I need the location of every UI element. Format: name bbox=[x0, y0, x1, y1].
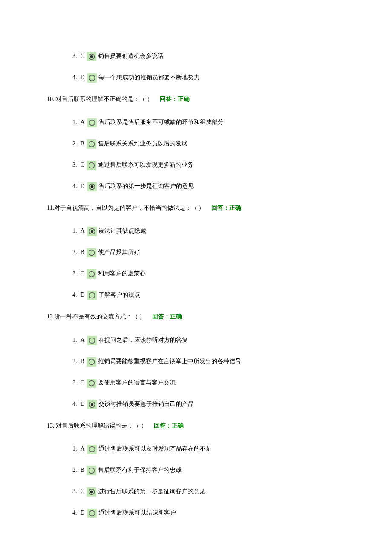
feedback-label: 回答：正确 bbox=[211, 205, 241, 211]
option-letter: A bbox=[81, 335, 85, 345]
svg-rect-23 bbox=[87, 336, 97, 345]
option-number: 4. bbox=[72, 290, 77, 300]
option-text: 通过售后联系可以发现更多新的业务 bbox=[98, 160, 193, 170]
option-text: 设法让其缺点隐藏 bbox=[98, 226, 146, 236]
option-letter: D bbox=[81, 399, 85, 409]
option-letter: B bbox=[81, 465, 84, 475]
radio-unselected-icon[interactable] bbox=[87, 247, 98, 257]
radio-selected-icon[interactable] bbox=[87, 51, 98, 61]
radio-unselected-icon[interactable] bbox=[87, 160, 98, 170]
option-text: 利用客户的虚荣心 bbox=[98, 269, 146, 279]
option-item: 4.D每一个想成功的推销员都要不断地努力 bbox=[72, 72, 345, 83]
radio-unselected-icon[interactable] bbox=[87, 378, 98, 388]
options-list: 1.A售后联系是售后服务不可或缺的环节和组成部分2.B售后联系关系到业务员以后的… bbox=[47, 117, 345, 191]
radio-unselected-icon[interactable] bbox=[87, 335, 98, 345]
option-item: 1.A设法让其缺点隐藏 bbox=[72, 226, 345, 236]
option-letter: D bbox=[81, 72, 85, 83]
radio-unselected-icon[interactable] bbox=[87, 465, 98, 475]
question-number: 10. bbox=[47, 96, 55, 102]
option-number: 1. bbox=[72, 444, 77, 454]
option-letter: C bbox=[81, 51, 84, 61]
option-number: 3. bbox=[72, 160, 77, 170]
option-item: 2.B推销员要能够重视客户在言谈举止中所发出的各种信号 bbox=[72, 356, 345, 367]
options-list: 1.A通过售后联系可以及时发现产品存在的不足2.B售后联系有利于保持客户的忠诚3… bbox=[47, 444, 345, 518]
option-number: 3. bbox=[72, 486, 77, 497]
svg-rect-21 bbox=[87, 291, 97, 300]
option-item: 3.C利用客户的虚荣心 bbox=[72, 269, 345, 279]
radio-unselected-icon[interactable] bbox=[87, 508, 98, 518]
option-item: 2.B售后联系有利于保持客户的忠诚 bbox=[72, 465, 345, 475]
svg-point-31 bbox=[90, 403, 93, 405]
option-text: 交谈时推销员要急于推销自己的产品 bbox=[98, 399, 194, 409]
svg-rect-3 bbox=[87, 73, 97, 83]
option-item: 1.A售后联系是售后服务不可或缺的环节和组成部分 bbox=[72, 117, 345, 127]
option-number: 2. bbox=[72, 356, 77, 367]
option-text: 每一个想成功的推销员都要不断地努力 bbox=[98, 72, 200, 83]
question-number: 12. bbox=[47, 313, 55, 320]
question-number: 13. bbox=[47, 422, 55, 429]
option-text: 售后联系是售后服务不可或缺的环节和组成部分 bbox=[98, 117, 224, 127]
question-header: 13. 对售后联系的理解错误的是：（ ）回答：正确 bbox=[47, 420, 345, 431]
option-letter: C bbox=[81, 160, 84, 170]
svg-point-38 bbox=[90, 491, 93, 493]
option-letter: C bbox=[81, 486, 84, 497]
question-header: 11.对于自视清高，自以为是的客户，不恰当的做法是：（ ）回答：正确 bbox=[47, 202, 345, 213]
question-block: 11.对于自视清高，自以为是的客户，不恰当的做法是：（ ）回答：正确1.A设法让… bbox=[47, 202, 345, 300]
option-item: 3.C要使用客户的语言与客户交流 bbox=[72, 378, 345, 388]
option-number: 2. bbox=[72, 247, 77, 257]
svg-rect-39 bbox=[87, 509, 97, 518]
radio-selected-icon[interactable] bbox=[87, 399, 98, 409]
option-text: 售后联系有利于保持客户的忠诚 bbox=[98, 465, 182, 475]
svg-rect-25 bbox=[87, 357, 96, 367]
svg-point-16 bbox=[90, 230, 93, 233]
radio-unselected-icon[interactable] bbox=[87, 269, 98, 279]
radio-selected-icon[interactable] bbox=[87, 226, 98, 236]
svg-rect-34 bbox=[87, 466, 96, 475]
option-number: 3. bbox=[72, 378, 77, 388]
option-item: 1.A通过售后联系可以及时发现产品存在的不足 bbox=[72, 444, 345, 454]
option-letter: D bbox=[81, 290, 85, 300]
option-text: 通过售后联系可以及时发现产品存在的不足 bbox=[98, 444, 212, 454]
option-item: 4.D了解客户的观点 bbox=[72, 290, 345, 300]
option-item: 2.B售后联系关系到业务员以后的发展 bbox=[72, 139, 345, 149]
option-item: 4.D通过售后联系可以结识新客户 bbox=[72, 508, 345, 518]
radio-selected-icon[interactable] bbox=[87, 181, 98, 191]
question-text: 对售后联系的理解错误的是：（ ） bbox=[55, 422, 147, 429]
option-letter: A bbox=[81, 226, 85, 236]
question-text: 对售后联系的理解不正确的是：（ ） bbox=[55, 96, 153, 102]
svg-rect-5 bbox=[87, 118, 97, 127]
svg-rect-32 bbox=[87, 445, 97, 454]
option-number: 2. bbox=[72, 139, 77, 149]
option-text: 推销员要能够重视客户在言谈举止中所发出的各种信号 bbox=[98, 356, 241, 367]
option-number: 4. bbox=[72, 508, 77, 518]
svg-rect-19 bbox=[87, 269, 96, 279]
option-text: 售后联系关系到业务员以后的发展 bbox=[98, 139, 187, 149]
question-block: 13. 对售后联系的理解错误的是：（ ）回答：正确1.A通过售后联系可以及时发现… bbox=[47, 420, 345, 518]
radio-unselected-icon[interactable] bbox=[87, 72, 98, 83]
option-item: 4.D交谈时推销员要急于推销自己的产品 bbox=[72, 399, 345, 409]
option-item: 3.C销售员要创造机会多说话 bbox=[72, 51, 345, 61]
option-text: 售后联系的第一步是征询客户的意见 bbox=[98, 181, 194, 191]
question-block: 12.哪一种不是有效的交流方式：（ ）回答：正确1.A在提问之后，应该静听对方的… bbox=[47, 311, 345, 409]
option-text: 在提问之后，应该静听对方的答复 bbox=[98, 335, 188, 345]
option-item: 3.C进行售后联系的第一步是征询客户的意见 bbox=[72, 486, 345, 497]
option-text: 了解客户的观点 bbox=[98, 290, 140, 300]
question-block: 10. 对售后联系的理解不正确的是：（ ）回答：正确1.A售后联系是售后服务不可… bbox=[47, 94, 345, 191]
feedback-label: 回答：正确 bbox=[160, 96, 190, 102]
radio-unselected-icon[interactable] bbox=[87, 139, 98, 149]
feedback-label: 回答：正确 bbox=[154, 422, 184, 429]
option-item: 3.C通过售后联系可以发现更多新的业务 bbox=[72, 160, 345, 170]
radio-selected-icon[interactable] bbox=[87, 486, 98, 497]
radio-unselected-icon[interactable] bbox=[87, 290, 98, 300]
radio-unselected-icon[interactable] bbox=[87, 117, 98, 127]
options-list: 1.A设法让其缺点隐藏2.B使产品投其所好3.C利用客户的虚荣心4.D了解客户的… bbox=[47, 226, 345, 300]
option-text: 要使用客户的语言与客户交流 bbox=[98, 378, 176, 388]
option-number: 3. bbox=[72, 51, 77, 61]
radio-unselected-icon[interactable] bbox=[87, 356, 98, 367]
option-letter: B bbox=[81, 247, 84, 257]
option-number: 1. bbox=[72, 117, 77, 127]
svg-rect-27 bbox=[87, 379, 96, 388]
question-header: 12.哪一种不是有效的交流方式：（ ）回答：正确 bbox=[47, 311, 345, 322]
option-text: 销售员要创造机会多说话 bbox=[98, 51, 164, 61]
radio-unselected-icon[interactable] bbox=[87, 444, 98, 454]
